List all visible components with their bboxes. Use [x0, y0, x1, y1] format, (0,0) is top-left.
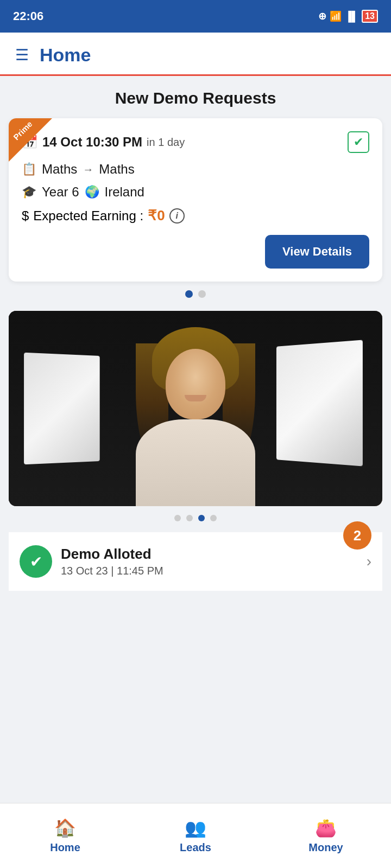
- info-icon[interactable]: i: [169, 208, 185, 224]
- img-dot-3[interactable]: [198, 515, 205, 521]
- calendar-check-icon: ✔: [348, 131, 369, 153]
- expected-earning-label: Expected Earning :: [33, 208, 143, 224]
- subject-from: Maths: [42, 162, 77, 177]
- subject-to: Maths: [99, 162, 134, 177]
- nav-home[interactable]: 🏠 Home: [0, 812, 130, 859]
- image-carousel[interactable]: [9, 311, 382, 506]
- card-in-time: in 1 day: [147, 136, 185, 149]
- page-title: Home: [40, 44, 91, 66]
- demo-alloted-date: 13 Oct 23 | 11:45 PM: [61, 565, 163, 577]
- smile: [185, 395, 206, 401]
- leads-icon: 👥: [185, 818, 206, 838]
- card-country: Ireland: [105, 184, 144, 200]
- status-icons: ⊕ 📶 ▐▌ 13: [318, 10, 378, 23]
- card-date: 📅 14 Oct 10:30 PM in 1 day: [22, 135, 185, 150]
- demo-alloted-wrapper: 2 ✔ Demo Alloted 13 Oct 23 | 11:45 PM ›: [9, 532, 382, 591]
- header: ☰ Home: [0, 33, 391, 74]
- dot-1[interactable]: [185, 290, 193, 298]
- main-content: New Demo Requests Prime 📅 14 Oct 10:30 P…: [0, 76, 391, 604]
- img-dot-1[interactable]: [174, 515, 181, 521]
- battery-indicator: 13: [362, 10, 378, 23]
- subject-icon: 📋: [22, 162, 36, 176]
- demo-alloted-left: ✔ Demo Alloted 13 Oct 23 | 11:45 PM: [20, 545, 163, 578]
- status-bar: 22:06 ⊕ 📶 ▐▌ 13: [0, 0, 391, 33]
- floating-badge: 2: [343, 521, 371, 550]
- person-body: [136, 419, 255, 506]
- card-grade: Year 6: [42, 184, 79, 200]
- signal-icon: ▐▌: [345, 11, 359, 22]
- bottom-nav: 🏠 Home 👥 Leads 👛 Money: [0, 803, 391, 868]
- image-carousel-dots: [9, 515, 382, 521]
- dot-2[interactable]: [198, 290, 206, 298]
- chevron-right-icon: ›: [367, 553, 371, 570]
- arrow-icon: →: [83, 163, 93, 176]
- screen-right: [276, 340, 363, 467]
- grade-icon: 🎓: [22, 185, 36, 199]
- section-title: New Demo Requests: [9, 89, 382, 107]
- money-icon: 👛: [315, 818, 337, 838]
- img-dot-2[interactable]: [186, 515, 193, 521]
- card-date-text: 14 Oct 10:30 PM: [42, 135, 142, 150]
- demo-alloted-section[interactable]: ✔ Demo Alloted 13 Oct 23 | 11:45 PM ›: [9, 532, 382, 591]
- whatsapp-icon: ⊕: [318, 10, 326, 22]
- nav-money[interactable]: 👛 Money: [261, 812, 391, 859]
- card-grade-country-row: 🎓 Year 6 🌍 Ireland: [22, 184, 369, 200]
- nav-money-label: Money: [308, 841, 343, 854]
- rupee-amount: ₹0: [148, 207, 165, 224]
- hamburger-menu-icon[interactable]: ☰: [15, 46, 29, 64]
- demo-alloted-title: Demo Alloted: [61, 546, 163, 563]
- home-icon: 🏠: [54, 818, 76, 838]
- card-dots: [9, 290, 382, 298]
- nav-home-label: Home: [50, 841, 80, 854]
- card-date-row: 📅 14 Oct 10:30 PM in 1 day ✔: [22, 131, 369, 153]
- nav-leads-label: Leads: [180, 841, 211, 854]
- demo-card: Prime 📅 14 Oct 10:30 PM in 1 day ✔ 📋 Mat…: [9, 118, 382, 282]
- img-dot-4[interactable]: [210, 515, 217, 521]
- status-time: 22:06: [13, 9, 43, 23]
- demo-alloted-info: Demo Alloted 13 Oct 23 | 11:45 PM: [61, 546, 163, 577]
- wifi-icon: 📶: [330, 10, 342, 22]
- carousel-image: [9, 311, 382, 506]
- nav-leads[interactable]: 👥 Leads: [130, 812, 261, 859]
- person-face: [166, 349, 225, 419]
- card-subject-row: 📋 Maths → Maths: [22, 162, 369, 177]
- green-check-icon: ✔: [20, 545, 52, 578]
- expected-earning-row: $ Expected Earning : ₹0 i: [22, 207, 369, 224]
- screen-left: [24, 353, 100, 464]
- globe-icon: 🌍: [85, 185, 99, 199]
- view-details-button[interactable]: View Details: [265, 235, 369, 269]
- dollar-icon: $: [22, 208, 29, 224]
